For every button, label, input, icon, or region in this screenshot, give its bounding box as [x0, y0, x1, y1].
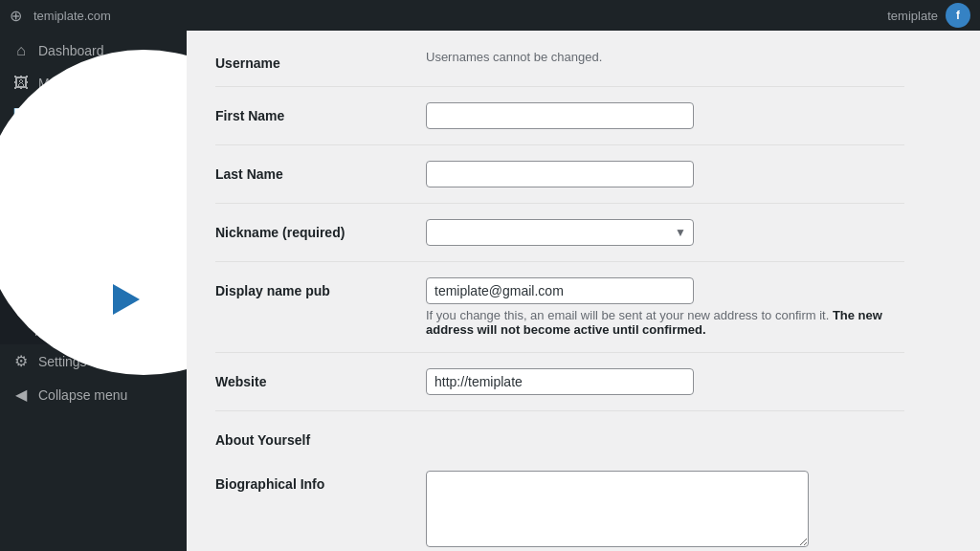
settings-icon: ⚙	[11, 352, 31, 370]
site-name[interactable]: temiplate.com	[33, 9, 111, 23]
settings-label: Settings	[38, 354, 87, 369]
nickname-field: ▼	[426, 219, 904, 246]
displayname-field: If you change this, an email will be sen…	[426, 277, 904, 337]
firstname-label: First Name	[215, 102, 426, 123]
sidebar-item-plugins[interactable]: 🔌 Plugins	[0, 200, 187, 233]
bio-field	[426, 471, 904, 551]
users-submenu: All Users 🔧 Tools New	[0, 267, 187, 344]
comments-icon: 💬	[11, 141, 31, 159]
new-label: New	[34, 324, 59, 339]
plugins-icon: 🔌	[11, 208, 31, 226]
appearance-icon: 🎨	[11, 174, 31, 192]
firstname-field	[426, 102, 904, 129]
nickname-select-wrapper: ▼	[426, 219, 694, 246]
sidebar-item-comments[interactable]: 💬 Comments	[0, 133, 187, 166]
sidebar-item-pages[interactable]: 📄 Pages	[0, 99, 187, 133]
nickname-select[interactable]	[426, 219, 694, 246]
admin-bar-left: ⊕ temiplate.com	[10, 7, 111, 25]
sidebar-item-tools[interactable]: 🔧 Tools	[0, 293, 187, 319]
nickname-row: Nickname (required) ▼	[215, 219, 904, 262]
email-input[interactable]	[426, 277, 694, 304]
wp-logo-icon[interactable]: ⊕	[10, 7, 22, 25]
sidebar: ⌂ Dashboard 🖼 Media 📄 Pages 💬 Comments 🎨…	[0, 31, 187, 551]
sidebar-item-users[interactable]: 👤 Users	[0, 233, 187, 267]
main-content: Username Usernames cannot be changed. Fi…	[187, 31, 980, 551]
email-hint-text: If you change this, an email will be sen…	[426, 308, 829, 322]
sidebar-item-label: Dashboard	[38, 43, 104, 58]
about-label: About Yourself	[215, 427, 426, 448]
all-users-label: All Users	[34, 273, 84, 287]
website-row: Website	[215, 368, 904, 411]
username-field: Usernames cannot be changed.	[426, 50, 904, 64]
sidebar-item-dashboard[interactable]: ⌂ Dashboard	[0, 34, 187, 67]
admin-username: temiplate	[887, 9, 938, 23]
media-icon: 🖼	[11, 75, 31, 92]
sidebar-item-label: Appearance	[38, 176, 111, 191]
sidebar-item-appearance[interactable]: 🎨 Appearance	[0, 166, 187, 200]
nickname-label: Nickname (required)	[215, 219, 426, 240]
lastname-field	[426, 161, 904, 187]
pages-icon: 📄	[11, 107, 31, 125]
website-input[interactable]	[426, 368, 694, 395]
bio-row: Biographical Info	[215, 471, 904, 551]
sidebar-item-label: Comments	[38, 143, 103, 158]
bio-label: Biographical Info	[215, 471, 426, 492]
displayname-label: Display name pub	[215, 277, 426, 298]
email-hint: If you change this, an email will be sen…	[426, 308, 904, 337]
bio-textarea[interactable]	[426, 471, 809, 547]
sidebar-item-label: Media	[38, 76, 75, 91]
avatar[interactable]: f	[946, 3, 970, 28]
sidebar-item-settings[interactable]: ⚙ Settings	[0, 344, 187, 378]
tools-icon: 🔧	[34, 298, 50, 313]
sidebar-menu: ⌂ Dashboard 🖼 Media 📄 Pages 💬 Comments 🎨…	[0, 31, 187, 411]
firstname-input[interactable]	[426, 102, 694, 129]
collapse-label: Collapse menu	[38, 387, 127, 403]
username-hint: Usernames cannot be changed.	[426, 50, 904, 64]
website-field	[426, 368, 904, 395]
username-label: Username	[215, 50, 426, 71]
sidebar-item-new[interactable]: New	[0, 319, 187, 344]
admin-bar: ⊕ temiplate.com temiplate f	[0, 0, 980, 31]
sidebar-item-label: Plugins	[38, 209, 82, 225]
tools-label: Tools	[57, 298, 86, 313]
website-label: Website	[215, 368, 426, 389]
username-row: Username Usernames cannot be changed.	[215, 50, 904, 87]
user-profile-form: Username Usernames cannot be changed. Fi…	[215, 50, 904, 551]
site-name-text: temiplate.com	[33, 9, 111, 23]
sidebar-item-all-users[interactable]: All Users	[0, 267, 187, 293]
sidebar-item-label: Users	[38, 243, 74, 258]
users-icon: 👤	[11, 241, 31, 259]
sidebar-item-collapse[interactable]: ◀ Collapse menu	[0, 378, 187, 411]
lastname-label: Last Name	[215, 161, 426, 182]
about-row: About Yourself	[215, 427, 904, 455]
sidebar-item-label: Pages	[38, 109, 77, 124]
admin-bar-right: temiplate f	[887, 3, 970, 28]
dashboard-icon: ⌂	[11, 42, 31, 59]
collapse-icon: ◀	[11, 386, 31, 404]
sidebar-item-media[interactable]: 🖼 Media	[0, 67, 187, 99]
firstname-row: First Name	[215, 102, 904, 145]
displayname-row: Display name pub If you change this, an …	[215, 277, 904, 353]
lastname-input[interactable]	[426, 161, 694, 187]
lastname-row: Last Name	[215, 161, 904, 204]
